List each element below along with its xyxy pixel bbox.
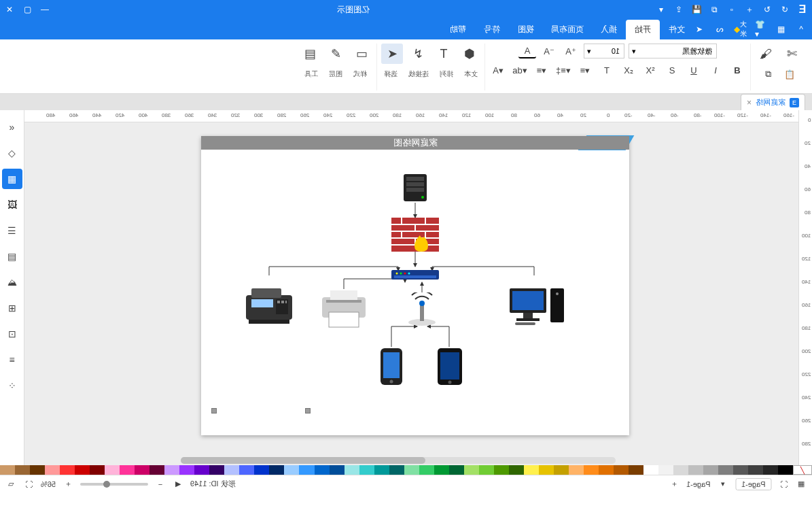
palette-swatch[interactable] [748,465,763,475]
tab-symbols[interactable]: 符号 [475,20,509,39]
palette-swatch[interactable] [718,465,733,475]
branch-icon[interactable]: ᔕ [714,24,725,35]
text-icon[interactable]: T [433,44,455,64]
presentation-icon[interactable]: ▱ [5,479,16,490]
document-tab[interactable]: E 家庭网络 × [741,94,805,110]
tab-view[interactable]: 视图 [509,20,543,39]
palette-swatch[interactable] [120,465,135,475]
sidebar-chart-icon[interactable]: ⛰ [2,272,22,292]
font-shrink-icon[interactable]: A⁻ [540,44,558,58]
palette-swatch[interactable] [389,465,404,475]
quickstyle-icon[interactable]: ▭ [351,44,372,64]
page-dropdown-icon[interactable]: ▾ [718,479,728,490]
sidebar-expand-icon[interactable]: » [2,117,22,137]
zoom-slider[interactable] [80,483,148,486]
export-icon[interactable]: ⇪ [673,4,684,15]
palette-swatch[interactable] [614,465,629,475]
tab-insert[interactable]: 插入 [592,20,626,39]
page-tab-indicator[interactable]: Page-1 [735,478,771,490]
palette-swatch[interactable] [733,465,748,475]
canvas[interactable]: 家庭网络图 [24,122,798,465]
palette-swatch[interactable] [30,465,45,475]
palette-swatch[interactable] [224,465,239,475]
palette-swatch[interactable] [539,465,554,475]
device-server[interactable] [398,173,432,204]
palette-swatch[interactable] [164,465,179,475]
device-fax[interactable] [242,286,296,326]
italic-icon[interactable]: I [707,63,724,78]
copy-icon[interactable]: ⧉ [759,67,777,82]
font-color-icon[interactable]: A [518,44,536,58]
zoom-knob-icon[interactable] [103,481,110,488]
palette-swatch[interactable] [643,465,658,475]
tab-start[interactable]: 开始 [626,20,660,39]
canvas-h-scrollbar[interactable] [181,457,616,464]
select-icon[interactable]: ➤ [381,44,403,64]
sidebar-shapes-icon[interactable]: ▦ [2,169,22,189]
sidebar-scatter-icon[interactable]: ⁘ [2,375,22,396]
maximize-icon[interactable]: ▢ [22,4,33,15]
palette-swatch[interactable] [763,465,778,475]
device-router[interactable] [391,269,439,281]
palette-swatch[interactable] [584,465,599,475]
palette-swatch[interactable] [494,465,509,475]
zoom-out-icon[interactable]: − [155,479,166,490]
palette-swatch[interactable] [209,465,224,475]
open-icon[interactable]: ▫ [726,4,737,15]
connector-icon[interactable]: ↯ [407,44,429,64]
palette-swatch[interactable] [359,465,374,475]
sidebar-align-icon[interactable]: ≡ [2,350,22,370]
palette-swatch[interactable] [284,465,299,475]
palette-swatch[interactable] [374,465,389,475]
palette-swatch[interactable] [299,465,314,475]
cut-icon[interactable]: ✄ [781,44,802,64]
paste-icon[interactable]: 📋 [781,67,798,82]
palette-swatch[interactable] [75,465,90,475]
fullscreen-icon[interactable]: ⛶ [23,479,34,490]
device-phone-b[interactable] [436,347,463,386]
device-pc[interactable] [507,286,568,326]
palette-nofill-icon[interactable]: ╲ [793,465,812,475]
palette-swatch[interactable] [524,465,539,475]
home-icon[interactable]: ^ [796,24,807,35]
palette-swatch[interactable] [15,465,30,475]
palette-swatch[interactable] [569,465,584,475]
more-font-icon[interactable]: A▾ [489,63,507,78]
sidebar-clipart-icon[interactable]: ▤ [2,246,22,267]
sidebar-table-icon[interactable]: ⊞ [2,298,22,318]
palette-swatch[interactable] [673,465,688,475]
subscript-icon[interactable]: X₂ [620,63,637,78]
palette-swatch[interactable] [345,465,359,475]
palette-swatch[interactable] [60,465,75,475]
palette-swatch[interactable] [629,465,643,475]
grid-icon[interactable]: ▦ [775,24,786,35]
palette-swatch[interactable] [464,465,479,475]
palette-swatch[interactable] [404,465,419,475]
sidebar-image-icon[interactable]: 🖼 [2,195,22,215]
palette-swatch[interactable] [315,465,330,475]
close-icon[interactable]: ✕ [4,4,15,15]
doc-tab-close-icon[interactable]: × [747,98,752,107]
palette-swatch[interactable] [554,465,569,475]
minimize-icon[interactable]: — [39,4,50,15]
undo-icon[interactable]: ↺ [762,4,773,15]
premium-icon[interactable]: ◆大米 [735,24,745,35]
align-icon[interactable]: ≡▾ [533,63,550,78]
underline-icon[interactable]: U [685,63,703,78]
handle-icon[interactable] [305,408,311,414]
palette-swatch[interactable] [434,465,449,475]
palette-swatch[interactable] [105,465,120,475]
status-grid-icon[interactable]: ▦ [796,479,807,490]
palette-swatch[interactable] [509,465,524,475]
copy-icon[interactable]: ⧉ [709,4,720,15]
palette-swatch[interactable] [254,465,269,475]
sidebar-outline-icon[interactable]: ◇ [2,143,22,163]
page-add-icon[interactable]: ＋ [669,479,679,490]
tab-file[interactable]: 文件 [660,20,694,39]
tab-layout[interactable]: 页面布局 [543,20,592,39]
palette-swatch[interactable] [194,465,209,475]
palette-swatch[interactable] [599,465,614,475]
palette-swatch[interactable] [239,465,254,475]
device-phone-a[interactable] [379,347,404,386]
layer-icon[interactable]: ▤ [299,44,321,64]
